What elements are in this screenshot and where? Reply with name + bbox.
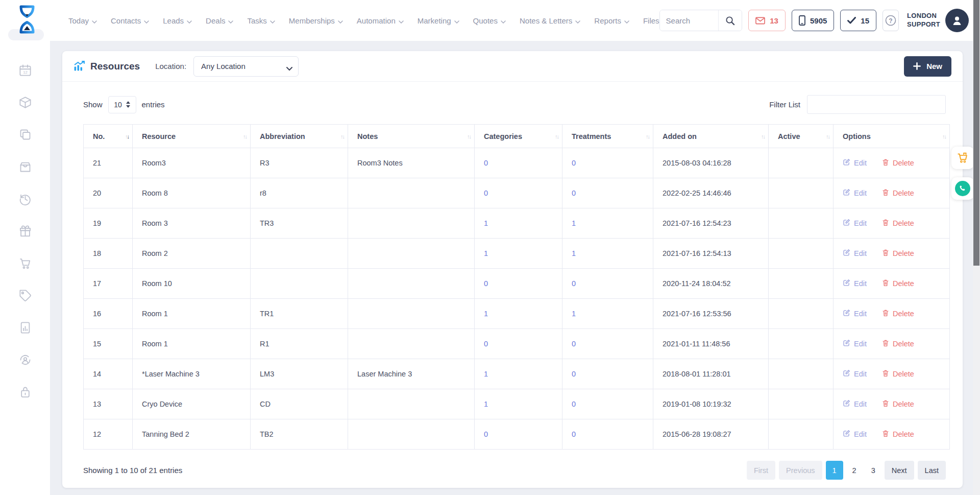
column-header-options[interactable]: Options↑↓ (834, 125, 950, 148)
pagination-page-1[interactable]: 1 (826, 461, 843, 480)
tasks-badge[interactable]: 15 (840, 10, 876, 31)
column-header-notes[interactable]: Notes↑↓ (348, 125, 475, 148)
row-categories-link[interactable]: 1 (475, 239, 562, 269)
scrollbar-thumb[interactable] (973, 0, 979, 266)
row-treatments-link[interactable]: 0 (562, 269, 653, 299)
row-treatments-link[interactable]: 0 (562, 389, 653, 419)
edit-button[interactable]: Edit (843, 219, 867, 228)
new-button[interactable]: New (904, 56, 951, 77)
help-button[interactable]: ? (883, 10, 899, 31)
row-treatments-link[interactable]: 0 (562, 419, 653, 450)
row-active-cell (769, 419, 834, 450)
nav-item-quotes[interactable]: Quotes (473, 16, 506, 25)
row-categories-link[interactable]: 0 (475, 329, 562, 359)
row-categories-link[interactable]: 1 (475, 299, 562, 329)
edit-button[interactable]: Edit (843, 339, 867, 348)
scrollbar-track[interactable] (973, 0, 980, 495)
nav-item-today[interactable]: Today (68, 16, 97, 25)
row-treatments-link[interactable]: 0 (562, 359, 653, 389)
nav-item-memberships[interactable]: Memberships (289, 16, 343, 25)
column-header-abbreviation[interactable]: Abbreviation↑↓ (251, 125, 348, 148)
pagination-next-button[interactable]: Next (885, 461, 914, 480)
history-icon[interactable] (18, 192, 32, 206)
row-categories-link[interactable]: 1 (475, 359, 562, 389)
calendar-icon[interactable]: 12 (18, 63, 32, 77)
filter-input[interactable] (807, 95, 946, 114)
nav-item-files[interactable]: Files (643, 16, 659, 25)
nav-item-automation[interactable]: Automation (357, 16, 404, 25)
edit-button[interactable]: Edit (843, 188, 867, 198)
row-categories-link[interactable]: 0 (475, 178, 562, 208)
column-header-active[interactable]: Active↑↓ (769, 125, 834, 148)
row-categories-link[interactable]: 0 (475, 419, 562, 450)
pagination-page-2[interactable]: 2 (847, 461, 862, 480)
delete-button[interactable]: Delete (882, 399, 914, 409)
search-icon[interactable] (718, 10, 742, 31)
page-size-select[interactable]: 10 (108, 96, 136, 113)
edit-button[interactable]: Edit (843, 249, 867, 258)
nav-item-reports[interactable]: Reports (594, 16, 629, 25)
phone-badge[interactable]: 5905 (792, 10, 834, 31)
edit-button[interactable]: Edit (843, 158, 867, 168)
column-header-treatments[interactable]: Treatments↑↓ (562, 125, 653, 148)
pagination-last-button[interactable]: Last (918, 461, 946, 480)
row-treatments-link[interactable]: 0 (562, 148, 653, 178)
delete-button[interactable]: Delete (882, 249, 914, 258)
column-header-no[interactable]: No.↑↓ (84, 125, 133, 148)
row-categories-link[interactable]: 1 (475, 208, 562, 239)
app-logo[interactable] (15, 4, 42, 37)
edit-button[interactable]: Edit (843, 399, 867, 409)
entries-summary: Showing 1 to 10 of 21 entries (83, 466, 182, 475)
gift-icon[interactable] (18, 224, 32, 238)
cart-icon[interactable] (18, 256, 32, 270)
tag-icon[interactable] (18, 289, 32, 302)
column-header-added-on[interactable]: Added on↑↓ (653, 125, 769, 148)
nav-item-deals[interactable]: Deals (206, 16, 233, 25)
row-treatments-link[interactable]: 0 (562, 178, 653, 208)
location-select[interactable]: Any Location (193, 56, 299, 77)
nav-item-marketing[interactable]: Marketing (418, 16, 459, 25)
box-open-icon[interactable] (18, 160, 32, 174)
delete-button[interactable]: Delete (882, 339, 914, 348)
nav-item-contacts[interactable]: Contacts (111, 16, 149, 25)
delete-button[interactable]: Delete (882, 430, 914, 439)
delete-button[interactable]: Delete (882, 309, 914, 318)
pagination-first-button[interactable]: First (747, 461, 775, 480)
floating-phone-button[interactable] (951, 177, 974, 200)
edit-button[interactable]: Edit (843, 279, 867, 288)
avatar[interactable] (945, 9, 969, 32)
column-header-categories[interactable]: Categories↑↓ (475, 125, 562, 148)
row-no: 13 (84, 389, 133, 419)
copy-icon[interactable] (18, 128, 32, 142)
row-treatments-link[interactable]: 1 (562, 239, 653, 269)
row-categories-link[interactable]: 1 (475, 389, 562, 419)
lock-icon[interactable] (18, 385, 32, 399)
edit-button[interactable]: Edit (843, 430, 867, 439)
row-treatments-link[interactable]: 1 (562, 299, 653, 329)
delete-button[interactable]: Delete (882, 219, 914, 228)
row-treatments-link[interactable]: 1 (562, 208, 653, 239)
table-row: 18Room 2112021-07-16 12:54:13EditDelete (84, 239, 950, 269)
nav-item-notes-letters[interactable]: Notes & Letters (520, 16, 580, 25)
row-treatments-link[interactable]: 0 (562, 329, 653, 359)
edit-button[interactable]: Edit (843, 309, 867, 318)
delete-button[interactable]: Delete (882, 279, 914, 288)
delete-button[interactable]: Delete (882, 188, 914, 198)
row-categories-link[interactable]: 0 (475, 148, 562, 178)
row-categories-link[interactable]: 0 (475, 269, 562, 299)
nav-item-leads[interactable]: Leads (163, 16, 192, 25)
report-icon[interactable] (18, 321, 32, 335)
delete-button[interactable]: Delete (882, 158, 914, 168)
row-options-cell: EditDelete (834, 389, 950, 419)
package-icon[interactable] (18, 96, 32, 109)
floating-cart-button[interactable] (951, 147, 974, 169)
column-header-resource[interactable]: Resource↑↓ (133, 125, 251, 148)
search-input[interactable] (660, 10, 719, 31)
messages-badge[interactable]: 13 (748, 10, 786, 31)
edit-button[interactable]: Edit (843, 369, 867, 379)
user-sync-icon[interactable] (18, 353, 32, 367)
nav-item-tasks[interactable]: Tasks (247, 16, 275, 25)
pagination-page-3[interactable]: 3 (866, 461, 881, 480)
pagination-previous-button[interactable]: Previous (779, 461, 822, 480)
delete-button[interactable]: Delete (882, 369, 914, 379)
